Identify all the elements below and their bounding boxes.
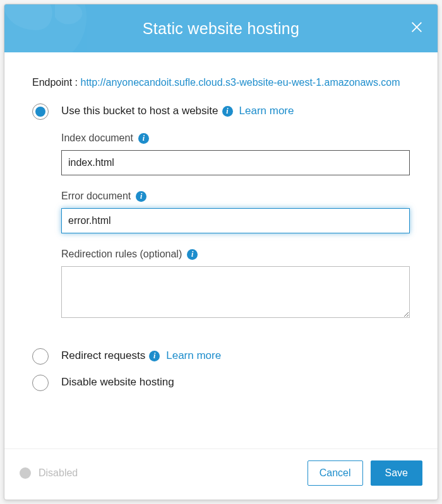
option-disable-label: Disable website hosting [61,376,174,389]
option-redirect-body: Redirect requests i Learn more [61,348,410,362]
radio-use-bucket[interactable] [32,103,49,120]
simple-options-group: Redirect requests i Learn more Disable w… [32,348,410,391]
index-document-field: Index document i [61,132,410,175]
info-icon[interactable]: i [149,351,160,361]
option-use-bucket-label: Use this bucket to host a website [61,105,218,117]
info-icon[interactable]: i [136,191,146,202]
hosting-options: Use this bucket to host a website i Lear… [32,103,410,391]
info-icon[interactable]: i [187,249,198,260]
endpoint-link[interactable]: http://anyonecandoit.sufle.cloud.s3-webs… [81,77,400,88]
option-redirect-label-line: Redirect requests i Learn more [61,349,410,362]
endpoint-label: Endpoint : [32,77,78,88]
save-button[interactable]: Save [371,460,422,486]
learn-more-link[interactable]: Learn more [239,105,294,117]
close-icon [410,20,424,34]
info-icon[interactable]: i [138,133,149,144]
redirection-rules-input[interactable] [61,266,410,318]
option-use-bucket-label-line: Use this bucket to host a website i Lear… [61,105,410,117]
option-disable-label-line: Disable website hosting [61,376,410,389]
footer-status: Disabled [20,467,308,479]
option-disable-body: Disable website hosting [61,375,410,389]
close-button[interactable] [410,20,424,37]
option-disable: Disable website hosting [32,375,410,391]
modal-header: Static website hosting [4,4,438,52]
modal-body: Endpoint : http://anyonecandoit.sufle.cl… [4,52,438,448]
radio-disable[interactable] [32,375,49,391]
error-document-label-row: Error document i [61,190,410,202]
error-document-field: Error document i [61,190,410,233]
option-redirect: Redirect requests i Learn more [32,348,410,365]
error-document-label: Error document [61,190,131,202]
static-website-hosting-modal: Static website hosting Endpoint : http:/… [4,4,438,500]
globe-decoration [4,4,105,52]
cancel-button[interactable]: Cancel [308,460,363,486]
redirection-rules-label-row: Redirection rules (optional) i [61,249,410,260]
radio-redirect[interactable] [32,348,49,365]
modal-title: Static website hosting [143,20,299,38]
index-document-label-row: Index document i [61,132,410,144]
option-redirect-label: Redirect requests [61,349,145,362]
svg-point-0 [4,4,87,52]
option-use-bucket-body: Use this bucket to host a website i Lear… [61,103,410,320]
index-document-input[interactable] [61,150,410,175]
error-document-input[interactable] [61,208,410,233]
redirection-rules-field: Redirection rules (optional) i [61,249,410,320]
index-document-label: Index document [61,132,133,144]
redirection-rules-label: Redirection rules (optional) [61,249,182,260]
modal-footer: Disabled Cancel Save [4,448,438,500]
endpoint-row: Endpoint : http://anyonecandoit.sufle.cl… [32,75,410,90]
info-icon[interactable]: i [222,106,233,117]
learn-more-link[interactable]: Learn more [166,349,221,362]
option-use-bucket: Use this bucket to host a website i Lear… [32,103,410,320]
status-dot-icon [20,467,31,479]
radio-selected-indicator [35,107,45,117]
status-label: Disabled [39,467,78,479]
